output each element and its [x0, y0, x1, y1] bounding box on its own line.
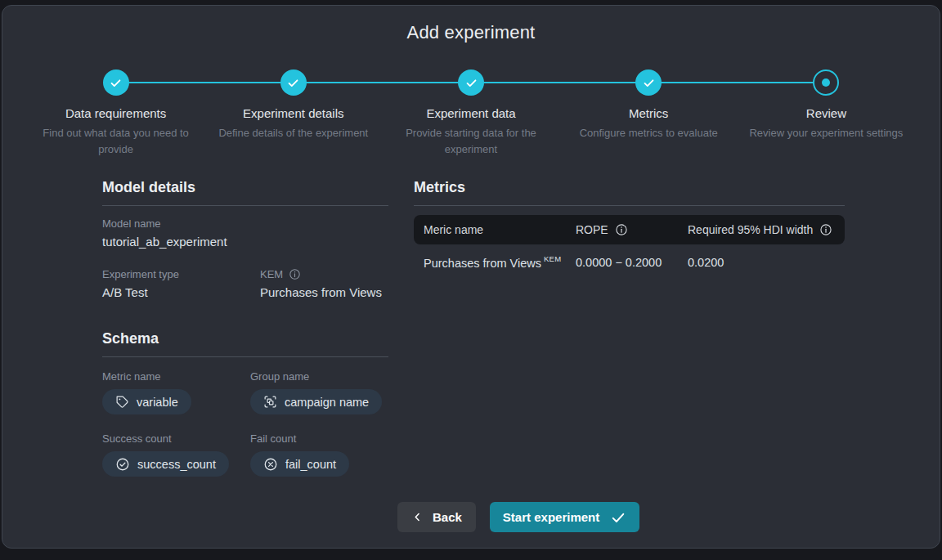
experiment-type-label: Experiment type [102, 268, 260, 280]
step-label: Review [738, 106, 915, 120]
kem-label: KEM [260, 268, 283, 280]
stepper: Data requirements Find out what data you… [2, 69, 940, 157]
metric-name-chip-value: variable [137, 396, 178, 409]
group-name-label: Group name [250, 370, 388, 383]
chevron-left-icon [411, 511, 424, 523]
hdi-width-cell: 0.0200 [688, 256, 845, 269]
step-label: Metrics [560, 106, 738, 120]
start-experiment-button-label: Start experiment [503, 510, 599, 524]
metric-name-label: Metric name [102, 370, 250, 383]
step-completed-check-icon [280, 69, 307, 96]
info-icon[interactable] [615, 223, 628, 236]
fail-count-chip: fail_count [250, 451, 349, 477]
schema-grid: Metric name variable Group name campaign… [102, 370, 388, 477]
kem-value: Purchases from Views [260, 285, 388, 299]
back-button[interactable]: Back [397, 502, 476, 532]
check-icon [610, 509, 626, 526]
back-button-label: Back [433, 510, 462, 524]
group-icon [263, 395, 277, 409]
model-name-label: Model name [102, 217, 388, 230]
dialog-actions: Back Start experiment [397, 502, 639, 532]
step-metrics[interactable]: Metrics Configure metrics to evaluate [560, 69, 738, 157]
step-description: Review your experiment settings [744, 125, 908, 141]
kem-superscript: KEM [544, 254, 562, 263]
model-name-value: tutorial_ab_experiment [102, 235, 388, 249]
success-count-label: Success count [102, 432, 250, 445]
schema-heading: Schema [102, 330, 388, 357]
step-description: Provide starting data for the experiment [389, 125, 553, 157]
column-header-metric-name: Meric name [424, 223, 576, 236]
step-label: Data requirements [27, 106, 204, 120]
step-label: Experiment data [382, 106, 559, 120]
metrics-section: Metrics Meric name ROPE Required 95% HDI… [414, 179, 845, 280]
step-description: Configure metrics to evaluate [567, 125, 730, 141]
fail-count-label: Fail count [250, 432, 388, 445]
info-icon[interactable] [289, 268, 301, 280]
info-icon[interactable] [819, 223, 832, 236]
step-experiment-details[interactable]: Experiment details Define details of the… [204, 69, 382, 157]
page-title: Add experiment [2, 22, 940, 43]
success-count-chip-value: success_count [137, 458, 216, 471]
tag-icon [115, 395, 129, 409]
metrics-table-header: Meric name ROPE Required 95% HDI width [414, 215, 845, 244]
column-header-hdi-width: Required 95% HDI width [688, 223, 813, 236]
metric-name-chip: variable [102, 389, 191, 414]
metric-name-cell: Purchases from ViewsKEM [424, 255, 576, 270]
group-name-chip: campaign name [250, 389, 382, 414]
model-details-heading: Model details [102, 179, 388, 206]
step-label: Experiment details [204, 106, 382, 120]
step-completed-check-icon [458, 69, 484, 96]
metrics-table-row: Purchases from ViewsKEM 0.0000 − 0.2000 … [414, 244, 845, 280]
metrics-heading: Metrics [414, 179, 845, 206]
x-circle-icon [263, 457, 278, 472]
step-completed-check-icon [635, 69, 662, 96]
fail-count-chip-value: fail_count [285, 458, 336, 471]
step-experiment-data[interactable]: Experiment data Provide starting data fo… [382, 69, 559, 157]
step-review[interactable]: Review Review your experiment settings [738, 69, 915, 157]
check-circle-icon [115, 457, 130, 472]
step-description: Find out what data you need to provide [34, 125, 198, 157]
add-experiment-dialog: Add experiment Data requirements Find ou… [2, 5, 940, 549]
rope-cell: 0.0000 − 0.2000 [576, 256, 688, 269]
step-completed-check-icon [103, 69, 129, 96]
step-data-requirements[interactable]: Data requirements Find out what data you… [27, 69, 204, 157]
step-description: Define details of the experiment [212, 125, 375, 141]
start-experiment-button[interactable]: Start experiment [490, 502, 639, 532]
success-count-chip: success_count [102, 451, 229, 477]
column-header-rope: ROPE [576, 223, 608, 236]
step-active-dot-icon [813, 69, 839, 96]
group-name-chip-value: campaign name [285, 396, 369, 409]
experiment-type-value: A/B Test [102, 285, 260, 299]
model-details-section: Model details Model name tutorial_ab_exp… [102, 179, 388, 477]
